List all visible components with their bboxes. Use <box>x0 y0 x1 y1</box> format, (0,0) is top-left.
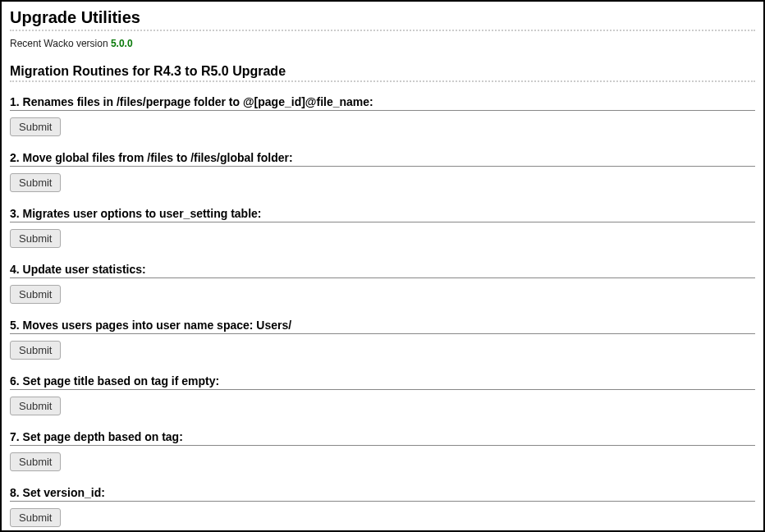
submit-button[interactable]: Submit <box>10 341 61 360</box>
section-heading: Migration Routines for R4.3 to R5.0 Upgr… <box>10 64 755 82</box>
submit-button[interactable]: Submit <box>10 173 61 192</box>
routine-3: 3. Migrates user options to user_setting… <box>10 207 755 248</box>
routine-7: 7. Set page depth based on tag: Submit <box>10 430 755 471</box>
submit-button[interactable]: Submit <box>10 117 61 136</box>
version-value: 5.0.0 <box>111 38 133 49</box>
routine-1: 1. Renames files in /files/perpage folde… <box>10 95 755 136</box>
routine-title: 6. Set page title based on tag if empty: <box>10 374 755 390</box>
routine-title: 8. Set version_id: <box>10 486 755 502</box>
version-label: Recent Wacko version <box>10 38 111 49</box>
routine-title: 3. Migrates user options to user_setting… <box>10 207 755 222</box>
submit-button[interactable]: Submit <box>10 452 61 471</box>
routine-2: 2. Move global files from /files to /fil… <box>10 151 755 192</box>
routine-6: 6. Set page title based on tag if empty:… <box>10 374 755 415</box>
routine-4: 4. Update user statistics: Submit <box>10 263 755 304</box>
routine-5: 5. Moves users pages into user name spac… <box>10 319 755 360</box>
routine-title: 5. Moves users pages into user name spac… <box>10 319 755 334</box>
submit-button[interactable]: Submit <box>10 397 61 415</box>
submit-button[interactable]: Submit <box>10 285 61 304</box>
routine-8: 8. Set version_id: Submit <box>10 486 755 527</box>
page-title: Upgrade Utilities <box>10 8 755 31</box>
routine-title: 2. Move global files from /files to /fil… <box>10 151 755 167</box>
submit-button[interactable]: Submit <box>10 229 61 248</box>
routine-title: 7. Set page depth based on tag: <box>10 430 755 446</box>
routine-title: 1. Renames files in /files/perpage folde… <box>10 95 755 111</box>
version-line: Recent Wacko version 5.0.0 <box>10 38 755 49</box>
submit-button[interactable]: Submit <box>10 508 61 527</box>
routine-title: 4. Update user statistics: <box>10 263 755 278</box>
